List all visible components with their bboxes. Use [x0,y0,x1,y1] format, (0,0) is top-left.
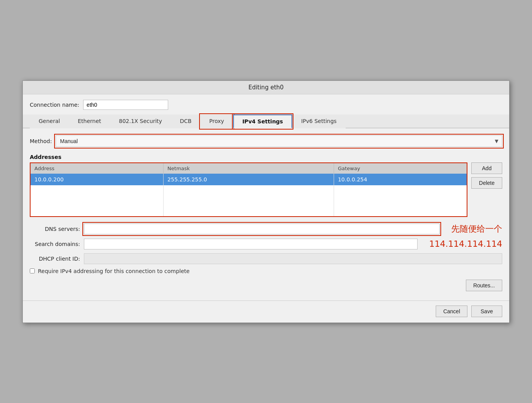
tab-ipv4[interactable]: IPv4 Settings [233,114,292,128]
tabs-bar: General Ethernet 802.1X Security DCB Pro… [23,114,509,128]
require-ipv4-label: Require IPv4 addressing for this connect… [38,268,189,274]
dhcp-client-id-label: DHCP client ID: [30,256,80,262]
save-button[interactable]: Save [471,306,502,317]
cell-gateway: 10.0.0.254 [334,174,467,185]
addresses-title: Addresses [30,154,502,160]
addr-buttons: Add Delete [471,162,502,189]
dns-servers-row: DNS servers: 先随便给一个 [30,223,502,235]
col-gateway: Gateway [334,163,467,174]
search-annotation: 114.114.114.114 [429,239,502,249]
search-domains-label: Search domains: [30,241,80,247]
addresses-table: Address Netmask Gateway 10.0.0.200 255.2… [31,163,467,216]
tab-ethernet[interactable]: Ethernet [69,114,110,128]
require-ipv4-checkbox[interactable] [30,268,35,273]
dialog-titlebar: Editing eth0 [23,81,509,94]
addresses-section: Addresses Address Netmask Gateway [30,154,502,217]
tab-8021x[interactable]: 802.1X Security [110,114,171,128]
tab-content: Method: Manual Automatic (DHCP) Link-Loc… [23,128,509,301]
delete-button[interactable]: Delete [471,177,502,189]
dialog-title: Editing eth0 [248,84,283,91]
tab-proxy[interactable]: Proxy [200,114,233,128]
tab-general[interactable]: General [30,114,69,128]
bottom-buttons: Cancel Save [23,301,509,323]
tab-ipv6[interactable]: IPv6 Settings [292,114,346,128]
addresses-table-wrapper: Address Netmask Gateway 10.0.0.200 255.2… [30,162,502,217]
search-domains-input[interactable] [84,239,418,249]
dns-servers-label: DNS servers: [30,226,80,232]
addresses-header-row: Address Netmask Gateway [31,163,467,174]
col-netmask: Netmask [164,163,334,174]
connection-name-row: Connection name: [23,94,509,114]
dhcp-client-id-row: DHCP client ID: [30,253,502,264]
addresses-table-outer: Address Netmask Gateway 10.0.0.200 255.2… [30,162,467,217]
editing-dialog: Editing eth0 Connection name: General Et… [22,80,510,323]
cell-address: 10.0.0.200 [31,174,164,185]
cell-netmask: 255.255.255.0 [164,174,334,185]
dhcp-client-id-input[interactable] [84,253,502,264]
connection-name-label: Connection name: [30,102,79,108]
table-row-empty [31,185,467,216]
require-ipv4-row: Require IPv4 addressing for this connect… [30,268,502,274]
empty-cell-1 [31,185,164,216]
method-select[interactable]: Manual Automatic (DHCP) Link-Local Only … [56,135,502,147]
empty-cell-3 [334,185,467,216]
dns-servers-input[interactable] [84,224,440,234]
dns-annotation: 先随便给一个 [451,223,502,235]
empty-cell-2 [164,185,334,216]
search-domains-row: Search domains: 114.114.114.114 [30,239,502,249]
add-button[interactable]: Add [471,162,502,174]
method-label: Method: [30,138,52,144]
tab-dcb[interactable]: DCB [171,114,200,128]
method-dropdown-wrapper: Manual Automatic (DHCP) Link-Local Only … [56,135,502,147]
method-row: Method: Manual Automatic (DHCP) Link-Loc… [30,135,502,147]
connection-name-input[interactable] [83,100,168,110]
col-address: Address [31,163,164,174]
cancel-button[interactable]: Cancel [436,306,467,317]
routes-button[interactable]: Routes... [466,280,502,291]
routes-row: Routes... [30,280,502,291]
table-row[interactable]: 10.0.0.200 255.255.255.0 10.0.0.254 [31,174,467,185]
